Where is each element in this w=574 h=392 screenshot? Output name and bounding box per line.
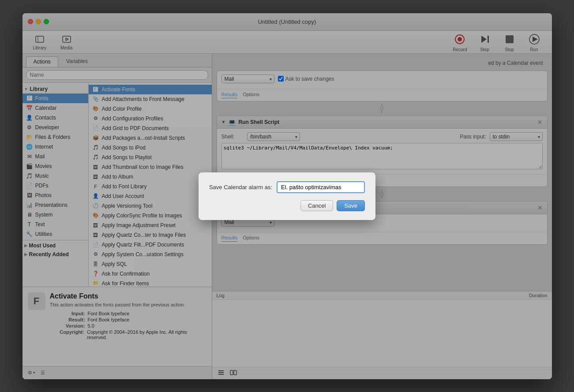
dialog-input[interactable]: [277, 181, 365, 193]
dialog-overlay: Save Calendar alarm as: Cancel Save: [23, 13, 552, 379]
save-dialog: Save Calendar alarm as: Cancel Save: [199, 172, 375, 220]
dialog-row: Save Calendar alarm as:: [209, 181, 365, 193]
dialog-label: Save Calendar alarm as:: [209, 184, 272, 190]
main-window: Untitled (Untitled copy) Library: [23, 13, 552, 379]
cancel-button[interactable]: Cancel: [300, 200, 333, 211]
dialog-buttons: Cancel Save: [209, 200, 365, 211]
save-button[interactable]: Save: [337, 200, 365, 211]
